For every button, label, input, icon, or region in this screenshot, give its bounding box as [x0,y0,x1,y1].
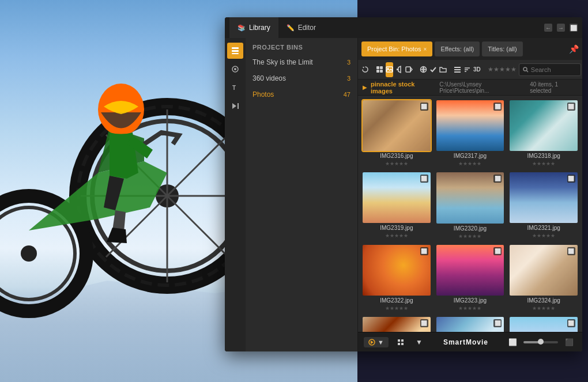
library-item-360[interactable]: 360 videos 3 [246,70,357,86]
svg-rect-43 [401,339,404,342]
photo-thumbnail[interactable]: ⬜ [363,245,431,296]
photo-thumbnail[interactable]: ⬜ [510,245,578,296]
list-view-button[interactable] [454,62,461,77]
source-icon: ▶ [363,84,367,90]
bottom-actions: ▼ [393,335,427,350]
photo-stars[interactable]: ★★★★★ [436,161,504,167]
photo-stars[interactable]: ★★★★★ [510,161,578,167]
library-item-360-count: 3 [347,75,350,82]
photo-thumbnail[interactable]: ⬜ [363,317,431,332]
tab-editor[interactable]: ✏️ Editor [278,17,324,38]
pin-icon[interactable]: 📌 [569,44,579,54]
photo-name: IMG2320.jpg [436,225,504,232]
sidebar-icon-library[interactable] [227,43,243,59]
refresh-button[interactable] [361,62,369,77]
photo-stars[interactable]: ★★★★★ [436,233,504,239]
search-input[interactable] [531,66,577,73]
grid-view-bottom[interactable] [393,335,408,350]
search-box[interactable] [519,63,581,76]
photo-thumbnail[interactable]: ⬜ [436,245,504,296]
photo-stars[interactable]: ★★★★★ [510,305,578,311]
svg-point-10 [21,245,37,262]
photo-name: IMG2321.jpg [510,225,578,231]
photo-thumbnail[interactable]: ⬜ [436,100,504,151]
svg-text:T: T [232,85,236,91]
photo-thumbnail[interactable]: ⬜ [436,172,504,223]
list-item: ⬜IMG2323.jpg★★★★★ [436,245,504,311]
photo-badge: ⬜ [493,319,502,327]
svg-marker-20 [363,67,364,69]
list-item: ⬜IMG2324.jpg★★★★★ [510,245,578,311]
filter-tab-effects[interactable]: Effects: (all) [435,41,480,56]
svg-rect-44 [398,343,400,345]
list-item: ⬜IMG2319.jpg★★★★★ [363,172,431,239]
svg-rect-33 [454,69,461,70]
photo-stars[interactable]: ★★★★★ [363,305,431,311]
svg-rect-13 [232,50,239,52]
size-slider-thumb [538,339,544,345]
library-icon: 📚 [238,24,246,32]
photo-stars[interactable]: ★★★★★ [436,305,504,311]
maximize-button[interactable]: ⬜ [570,24,578,32]
filter-tab-project-bin[interactable]: Project Bin: Photos × [361,41,432,56]
photo-grid: ⬜IMG2316.jpg★★★★★⬜IMG2317.jpg★★★★★⬜IMG23… [358,96,582,332]
photo-stars[interactable]: ★★★★★ [510,233,578,239]
photo-stars[interactable]: ★★★★★ [363,233,431,239]
globe-button[interactable] [420,62,427,77]
library-item-sky[interactable]: The Sky is the Limit 3 [246,54,357,70]
3d-view-button[interactable]: 3D [473,62,481,77]
filter-tab-titles[interactable]: Titles: (all) [482,41,522,56]
view-audio-button[interactable] [395,62,403,77]
sidebar-icons: T [225,38,246,351]
thumbnail-size-large[interactable]: ⬛ [561,335,576,350]
check-button[interactable] [429,62,437,77]
photo-thumbnail[interactable]: ⬜ [510,100,578,151]
list-item: ⬜IMG2326.jpg★★★★★ [436,317,504,332]
list-item: ⬜IMG2316.jpg★★★★★ [363,100,431,167]
forward-button[interactable]: → [557,24,565,32]
library-item-sky-count: 3 [347,59,350,66]
library-item-photos-label: Photos [252,90,274,99]
svg-rect-32 [454,67,461,68]
tab-library-label: Library [249,24,270,32]
library-section-header: Project Bins [246,38,357,54]
photo-thumbnail[interactable]: ⬜ [363,100,431,151]
bottom-right-controls: ⬜ ⬛ [505,335,576,350]
view-all-button[interactable] [376,62,383,77]
svg-point-16 [234,68,236,70]
svg-marker-29 [410,67,412,71]
filter-close-icon[interactable]: × [424,46,427,52]
view-photos-button[interactable] [386,62,393,77]
title-bar: 📚 Library ✏️ Editor ← → ⬜ [225,17,582,38]
svg-rect-14 [232,53,239,54]
view-video-button[interactable] [405,62,413,77]
list-item: ⬜IMG2325.jpg★★★★★ [363,317,431,332]
editor-icon: ✏️ [287,24,295,32]
tab-editor-label: Editor [298,24,316,32]
photo-stars[interactable]: ★★★★★ [363,161,431,167]
bottom-bar: ▼ ▼ SmartMovie [358,332,582,351]
sidebar-icon-transitions[interactable] [227,98,243,114]
back-button[interactable]: ← [544,24,552,32]
sidebar-icon-titles[interactable]: T [227,80,243,96]
photo-name: IMG2316.jpg [363,153,431,159]
list-view-bottom[interactable]: ▼ [412,335,427,350]
thumbnail-size-small[interactable]: ⬜ [505,335,520,350]
photo-name: IMG2324.jpg [510,297,578,304]
photo-thumbnail[interactable]: ⬜ [510,317,578,332]
smart-movie-dropdown[interactable]: ▼ [364,337,389,347]
photo-thumbnail[interactable]: ⬜ [510,172,578,223]
size-slider[interactable] [523,341,558,343]
source-bar: ▶ pinnacle stock images C:\Users\Lynsey … [358,80,582,96]
svg-marker-18 [232,103,236,109]
folder-button[interactable] [439,62,447,77]
photo-thumbnail[interactable]: ⬜ [363,172,431,223]
sidebar-icon-effects[interactable] [227,61,243,77]
list-item: ⬜IMG2318.jpg★★★★★ [510,100,578,167]
filter-tab-effects-label: Effects: (all) [440,46,474,52]
sort-button[interactable] [463,62,471,77]
stars-filter: ★★★★★ [488,66,517,73]
library-item-photos[interactable]: Photos 47 [246,86,357,103]
photo-thumbnail[interactable]: ⬜ [436,317,504,332]
tab-library[interactable]: 📚 Library [229,17,278,38]
